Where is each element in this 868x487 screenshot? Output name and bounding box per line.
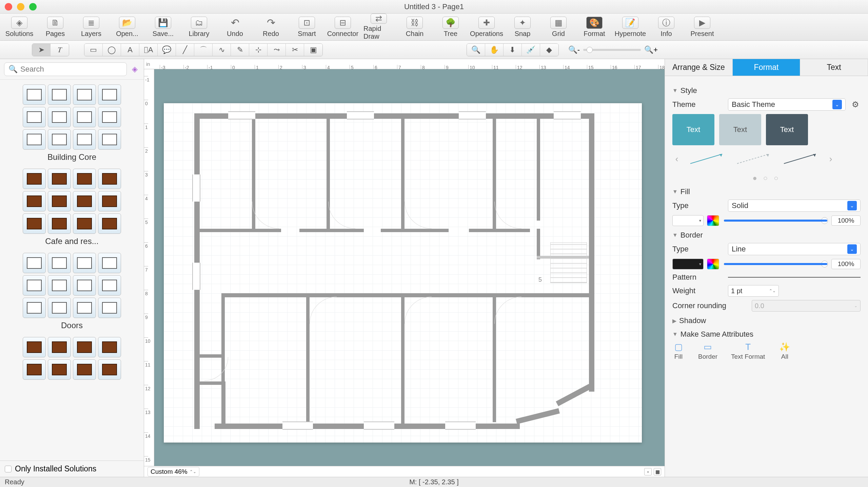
theme-select[interactable]: Basic Theme⌄ (728, 98, 846, 111)
same-fill-button[interactable]: ▢Fill (672, 342, 685, 360)
shape-thumb[interactable] (98, 275, 121, 296)
shape-thumb[interactable] (98, 337, 121, 357)
textbox-tool[interactable]: ⌷A (139, 44, 158, 56)
node-tool[interactable]: ⊹ (249, 44, 268, 56)
shape-thumb[interactable] (98, 213, 121, 234)
shape-thumb[interactable] (23, 359, 46, 380)
shape-thumb[interactable] (73, 191, 96, 211)
page[interactable]: 5 (164, 103, 642, 443)
zoom-in-icon[interactable]: 🔍+ (644, 45, 658, 54)
close-window-button[interactable] (5, 3, 12, 11)
eraser-tool[interactable]: ◆ (540, 44, 558, 56)
shape-thumb[interactable] (23, 253, 46, 273)
shape-thumb[interactable] (73, 298, 96, 318)
fill-type-select[interactable]: Solid⌄ (728, 200, 861, 212)
tree-button[interactable]: 🌳Tree (435, 14, 466, 40)
swatch-next-icon[interactable]: › (826, 154, 835, 164)
grid-button[interactable]: ▦Grid (543, 14, 574, 40)
pointer-tool[interactable]: ➤ (32, 44, 51, 56)
shape-thumb[interactable] (73, 169, 96, 189)
shape-thumb[interactable] (73, 275, 96, 296)
curve-tool[interactable]: ∿ (213, 44, 231, 56)
border-type-select[interactable]: Line⌄ (728, 243, 861, 255)
zoom-slider[interactable]: 🔍- 🔍+ (568, 45, 658, 54)
rapid-button[interactable]: ⇄Rapid Draw (363, 14, 394, 40)
present-button[interactable]: ▶Present (687, 14, 717, 40)
shape-thumb[interactable] (23, 169, 46, 189)
shape-thumb[interactable] (98, 298, 121, 318)
tab-arrange-size[interactable]: Arrange & Size (665, 59, 733, 76)
shape-thumb[interactable] (48, 298, 71, 318)
section-same-header[interactable]: ▼Make Same Attributes (672, 330, 861, 339)
line-tool[interactable]: ╱ (176, 44, 194, 56)
shape-thumb[interactable] (48, 359, 71, 380)
section-fill-header[interactable]: ▼Fill (672, 187, 861, 196)
ellipse-tool[interactable]: ◯ (103, 44, 121, 56)
layers-button[interactable]: ≣Layers (76, 14, 106, 40)
shape-thumb[interactable] (23, 298, 46, 318)
only-installed-checkbox[interactable] (5, 466, 12, 472)
shape-thumb[interactable] (73, 129, 96, 150)
shape-thumb[interactable] (98, 129, 121, 150)
shape-thumb[interactable] (73, 337, 96, 357)
border-opacity-value[interactable]: 100% (831, 259, 861, 269)
text-tool[interactable]: A (121, 44, 139, 56)
redo-button[interactable]: ↷Redo (256, 14, 286, 40)
snap-toggle-icon[interactable]: ▫ (644, 468, 652, 475)
same-all-button[interactable]: ✨All (778, 342, 791, 360)
shape-thumb[interactable] (23, 129, 46, 150)
zoom-out-icon[interactable]: 🔍- (568, 45, 580, 54)
hand-tool[interactable]: ✋ (485, 44, 504, 56)
info-button[interactable]: ⓘInfo (651, 14, 682, 40)
shape-thumb[interactable] (23, 107, 46, 127)
corner-field[interactable]: 0.0⌄ (752, 300, 861, 312)
tab-text[interactable]: Text (800, 59, 868, 76)
connector-button[interactable]: ⊟Connector (328, 14, 358, 40)
format-button[interactable]: 🎨Format (579, 14, 610, 40)
shape-thumb[interactable] (23, 275, 46, 296)
pin-icon[interactable]: ◈ (130, 62, 140, 76)
fill-color-dropdown[interactable]: ▾ (672, 215, 704, 226)
section-style-header[interactable]: ▼Style (672, 86, 861, 95)
pen-tool[interactable]: ✎ (231, 44, 249, 56)
scissors-tool[interactable]: ✂ (286, 44, 304, 56)
fill-opacity-slider[interactable] (724, 220, 827, 222)
shape-thumb[interactable] (73, 213, 96, 234)
shape-thumb[interactable] (98, 107, 121, 127)
style-swatch-1[interactable]: Text (672, 114, 714, 145)
chain-button[interactable]: ⛓Chain (399, 14, 430, 40)
rect-tool[interactable]: ▭ (84, 44, 103, 56)
style-swatch-2[interactable]: Text (719, 114, 761, 145)
shape-thumb[interactable] (48, 275, 71, 296)
shape-thumb[interactable] (73, 85, 96, 105)
operations-button[interactable]: ✚Operations (471, 14, 502, 40)
weight-field[interactable]: 1 pt⌃⌄ (728, 285, 779, 297)
zoom-window-button[interactable] (29, 3, 37, 11)
border-color-wheel-icon[interactable] (707, 259, 719, 269)
shape-thumb[interactable] (48, 213, 71, 234)
search-input[interactable] (20, 65, 122, 74)
open-button[interactable]: 📂Open... (112, 14, 142, 40)
fill-opacity-value[interactable]: 100% (831, 216, 861, 226)
swatch-page-dots[interactable]: ● ○ ○ (672, 174, 861, 183)
shape-thumb[interactable] (73, 253, 96, 273)
stamp-tool[interactable]: ▣ (304, 44, 322, 56)
library-search[interactable]: 🔍 (4, 62, 127, 76)
eyedropper-tool[interactable]: 💉 (522, 44, 540, 56)
shape-thumb[interactable] (48, 253, 71, 273)
connector-tool[interactable]: ⤳ (268, 44, 286, 56)
shape-thumb[interactable] (73, 359, 96, 380)
pattern-select[interactable] (728, 273, 861, 281)
shape-thumb[interactable] (23, 213, 46, 234)
save-button[interactable]: 💾Save... (148, 14, 178, 40)
same-border-button[interactable]: ▭Border (698, 342, 717, 360)
shape-thumb[interactable] (48, 191, 71, 211)
solutions-button[interactable]: ◈Solutions (4, 14, 35, 40)
section-shadow-header[interactable]: ▶Shadow (672, 316, 861, 325)
shape-thumb[interactable] (48, 337, 71, 357)
line-swatch-2[interactable] (733, 149, 775, 169)
shape-thumb[interactable] (98, 85, 121, 105)
shape-thumb[interactable] (98, 359, 121, 380)
minimize-window-button[interactable] (17, 3, 24, 11)
arc-tool[interactable]: ⌒ (194, 44, 213, 56)
